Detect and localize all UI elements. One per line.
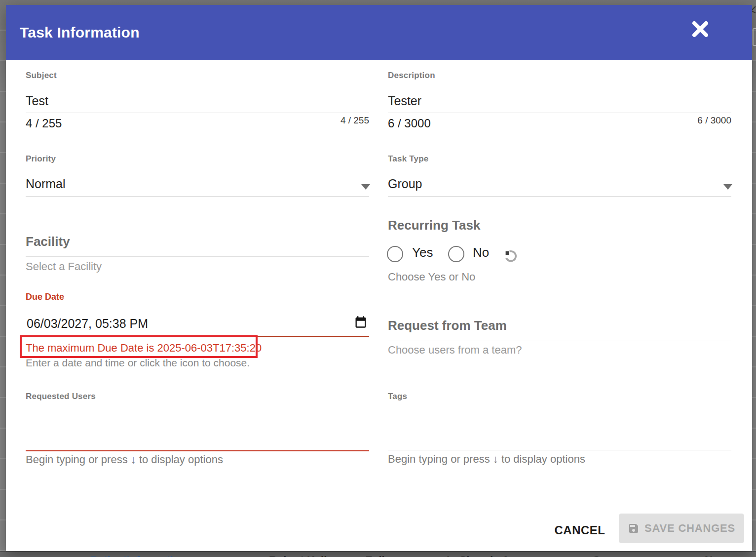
due-date-input[interactable]: 06/03/2027, 05:38 PM xyxy=(27,317,148,331)
subject-label: Subject xyxy=(26,71,57,80)
description-label: Description xyxy=(388,71,435,80)
subject-underline xyxy=(26,113,369,113)
task-type-label: Task Type xyxy=(388,154,428,164)
facility-heading: Facility xyxy=(26,234,70,249)
due-date-label: Due Date xyxy=(26,292,64,302)
tags-input[interactable]: Begin typing or press ↓ to display optio… xyxy=(388,453,585,466)
close-icon[interactable] xyxy=(691,20,710,39)
background-assignee: LaShonda Aneme xyxy=(447,554,538,557)
background-widget-fragment xyxy=(753,28,756,46)
due-date-error: The maximum Due Date is 2025-06-03T17:35… xyxy=(26,342,262,355)
recurring-yes-radio[interactable] xyxy=(387,246,403,262)
chevron-down-icon[interactable] xyxy=(361,184,370,190)
request-from-team-heading: Request from Team xyxy=(388,318,507,333)
save-icon xyxy=(628,522,640,534)
save-button-label: SAVE CHANGES xyxy=(644,522,735,535)
tags-underline xyxy=(388,450,731,450)
background-table-row: PatientInformation Robert Kellerman, Fol… xyxy=(0,551,756,557)
requested-users-label: Requested Users xyxy=(26,392,96,401)
recurring-task-heading: Recurring Task xyxy=(388,218,480,233)
priority-select[interactable]: Normal xyxy=(26,177,66,191)
facility-underline xyxy=(26,256,369,257)
undo-icon[interactable] xyxy=(503,248,518,265)
recurring-no-radio[interactable] xyxy=(448,246,464,262)
chevron-down-icon[interactable] xyxy=(723,184,732,190)
task-information-dialog: Task Information Subject Test 4 / 255 4 … xyxy=(6,5,752,551)
background-task-type: Group xyxy=(592,554,625,557)
due-date-hint: Enter a date and time or click the icon … xyxy=(26,357,250,369)
requested-users-underline xyxy=(26,450,369,451)
background-status: New xyxy=(705,554,727,557)
recurring-hint: Choose Yes or No xyxy=(388,271,475,283)
request-from-team-select[interactable]: Choose users from a team? xyxy=(388,344,522,357)
tags-label: Tags xyxy=(388,392,407,401)
recurring-yes-label[interactable]: Yes xyxy=(412,245,433,260)
facility-select[interactable]: Select a Facility xyxy=(26,260,102,273)
subject-input[interactable]: Test xyxy=(26,94,48,108)
cancel-button[interactable]: CANCEL xyxy=(548,519,611,541)
subject-counter-right: 4 / 255 xyxy=(340,115,369,126)
recurring-no-label[interactable]: No xyxy=(473,245,489,260)
description-input[interactable]: Tester xyxy=(388,94,421,108)
description-counter: 6 / 3000 xyxy=(388,117,431,130)
description-counter-right: 6 / 3000 xyxy=(697,115,731,126)
background-task-subject: Robert Kellerman, Follow-up xyxy=(269,554,416,557)
priority-label: Priority xyxy=(26,154,56,164)
save-changes-button[interactable]: SAVE CHANGES xyxy=(619,514,744,543)
requested-users-input[interactable]: Begin typing or press ↓ to display optio… xyxy=(26,453,223,466)
request-from-team-underline xyxy=(388,341,731,341)
description-underline xyxy=(388,113,731,113)
priority-underline xyxy=(26,196,369,197)
background-patient-link[interactable]: PatientInformation xyxy=(90,554,186,557)
subject-counter: 4 / 255 xyxy=(26,117,62,130)
task-type-select[interactable]: Group xyxy=(388,177,422,191)
dialog-header: Task Information xyxy=(6,5,752,60)
calendar-icon[interactable] xyxy=(354,315,368,331)
task-type-underline xyxy=(388,196,731,197)
dialog-title: Task Information xyxy=(20,24,140,41)
